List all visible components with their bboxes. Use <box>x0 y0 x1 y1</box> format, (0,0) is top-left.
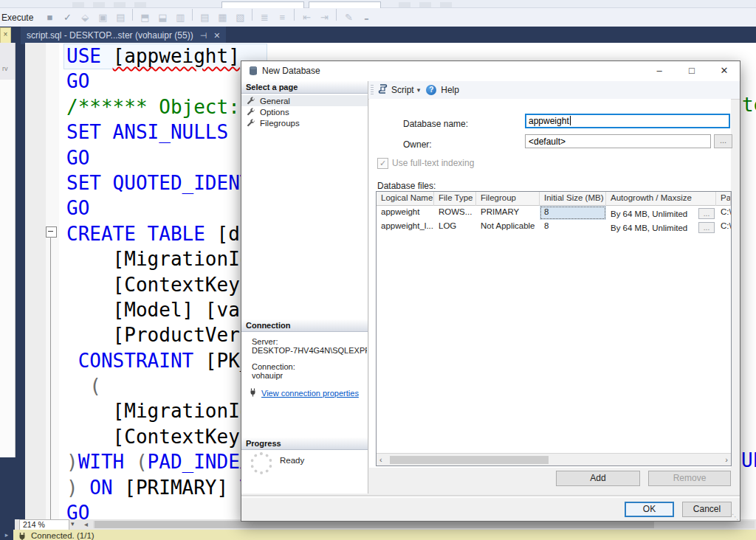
script-button[interactable]: Script <box>391 85 414 95</box>
grid-column-header[interactable]: File Type <box>434 192 476 206</box>
results-to-grid-icon[interactable]: ▦ <box>213 9 231 27</box>
parse-icon[interactable]: ✓ <box>58 9 76 27</box>
comment-out-lines-icon[interactable]: ≣ <box>255 9 273 27</box>
code-line[interactable]: GO <box>66 145 251 170</box>
path-cell[interactable]: C:\P <box>716 206 731 220</box>
code-line[interactable]: /****** Object: <box>66 94 251 120</box>
link-text[interactable]: View connection properties <box>261 389 359 398</box>
include-actual-plan-icon[interactable]: ⬒ <box>136 9 154 27</box>
grid-cell[interactable]: Not Applicable <box>476 220 540 234</box>
zoom-dropdown-icon[interactable]: ▾ <box>71 520 75 527</box>
code-line[interactable]: SET QUOTED_IDENT <box>66 170 251 195</box>
code-line[interactable]: CREATE TABLE [db <box>66 221 251 246</box>
add-button[interactable]: Add <box>556 471 640 486</box>
code-line[interactable]: [MigrationId <box>66 246 251 271</box>
increase-indent-icon[interactable]: ⇥ <box>315 9 333 27</box>
grid-cell[interactable]: ROWS... <box>434 206 476 220</box>
code-line[interactable]: ) ON [PRIMARY] T <box>66 475 251 500</box>
code-area[interactable]: USE [appweight]GO/****** Object: SET ANS… <box>66 44 251 519</box>
help-button[interactable]: Help <box>441 85 459 95</box>
grid-cell[interactable]: 8 <box>540 206 606 220</box>
progress-header: Progress <box>241 437 368 450</box>
grid-cell[interactable]: 8 <box>540 220 606 234</box>
grid-column-header[interactable]: Path <box>716 192 731 206</box>
code-line[interactable]: [ContextKey] <box>66 272 251 297</box>
grid-cell[interactable]: appweight_l... <box>377 220 434 234</box>
collapsed-panel-tab[interactable]: × <box>0 27 11 44</box>
code-line[interactable]: GO <box>66 500 251 519</box>
grid-cell[interactable]: PRIMARY <box>476 206 540 220</box>
toolbar-icon-partial <box>440 2 452 7</box>
intellisense-enabled-icon[interactable]: ▤ <box>111 9 129 27</box>
grid-column-header[interactable]: Autogrowth / Maxsize <box>606 192 716 206</box>
grid-column-header[interactable]: Initial Size (MB) <box>540 192 606 206</box>
code-line[interactable]: GO <box>66 195 251 221</box>
grid-scrollbar-thumb[interactable] <box>390 456 549 464</box>
owner-browse-button[interactable]: ... <box>714 134 732 148</box>
uncomment-lines-icon[interactable]: ≡ <box>273 9 291 27</box>
pin-icon[interactable]: ⊣ <box>200 31 207 41</box>
help-icon[interactable]: ? <box>426 85 436 95</box>
code-line[interactable]: [MigrationId <box>66 398 251 423</box>
code-line[interactable]: [ContextKey] <box>66 424 251 449</box>
live-query-statistics-icon[interactable]: ⬓ <box>154 9 171 27</box>
autogrowth-browse-button[interactable]: ... <box>698 208 715 219</box>
code-line[interactable]: SET ANSI_NULLS O <box>66 120 251 145</box>
autogrowth-cell[interactable]: By 64 MB, Unlimited... <box>606 206 716 220</box>
zoom-control[interactable]: 214 % <box>19 519 69 530</box>
owner-input[interactable]: <default> <box>525 134 711 148</box>
document-tab[interactable]: script.sql - DESKTOP...ster (vohauipr (5… <box>21 27 226 44</box>
resize-grip[interactable]: ⋱ <box>732 513 739 521</box>
query-options-icon[interactable]: ▣ <box>94 9 111 27</box>
code-line[interactable]: USE [appweight] <box>66 44 251 69</box>
minimize-button[interactable]: – <box>644 61 675 80</box>
horizontal-scrollbar[interactable] <box>93 521 755 528</box>
autogrowth-cell[interactable]: By 64 MB, Unlimited... <box>606 220 716 234</box>
mini-close-icon[interactable]: × <box>4 30 8 38</box>
page-item-options[interactable]: Options <box>241 106 368 117</box>
database-name-input[interactable]: appweight <box>525 114 730 128</box>
code-line[interactable]: [Model] [var <box>66 297 251 322</box>
autogrowth-browse-button[interactable]: ... <box>698 222 715 233</box>
display-estimated-plan-icon[interactable]: ⬙ <box>76 9 94 27</box>
scroll-left-icon[interactable]: ◂ <box>84 520 88 528</box>
script-dropdown-icon[interactable]: ▾ <box>417 86 421 94</box>
code-line[interactable]: GO <box>66 69 251 94</box>
fulltext-checkbox[interactable]: ✓ <box>377 158 388 169</box>
ok-button[interactable]: OK <box>625 502 674 517</box>
page-item-filegroups[interactable]: Filegroups <box>241 117 368 128</box>
code-line[interactable]: )WITH (PAD_INDEX <box>66 449 251 474</box>
collapse-minus-icon[interactable] <box>46 226 57 238</box>
scrollbar-thumb[interactable] <box>94 521 654 528</box>
code-line[interactable]: ( <box>66 373 251 398</box>
grid-horizontal-scrollbar[interactable]: ‹ › <box>377 453 731 465</box>
decrease-indent-icon[interactable]: ⇤ <box>298 9 315 27</box>
grid-scroll-right-icon[interactable]: › <box>725 455 728 464</box>
client-statistics-icon[interactable]: ▥ <box>171 9 189 27</box>
template-parameters-icon[interactable]: ✎ <box>340 9 357 27</box>
grid-cell[interactable]: appweight <box>377 206 434 220</box>
results-to-file-icon[interactable]: ▧ <box>231 9 249 27</box>
remove-button[interactable]: Remove <box>648 471 731 486</box>
path-cell[interactable]: C:\P <box>716 220 731 234</box>
tab-close-icon[interactable]: ✕ <box>213 31 220 41</box>
results-to-text-icon[interactable]: ▤ <box>196 9 213 27</box>
grid-scroll-left-icon[interactable]: ‹ <box>379 455 382 464</box>
maximize-button[interactable]: □ <box>676 61 707 80</box>
close-button[interactable]: ✕ <box>709 61 740 80</box>
page-item-general[interactable]: General <box>241 95 368 106</box>
execute-button[interactable]: Execute <box>1 13 33 23</box>
outline-guide-line <box>50 237 51 519</box>
stop-icon[interactable]: ■ <box>41 9 58 27</box>
grid-column-header[interactable]: Logical Name <box>377 192 434 206</box>
grid-cell[interactable]: LOG <box>434 220 476 234</box>
grid-column-header[interactable]: Filegroup <box>476 192 540 206</box>
toolbar-overflow-icon[interactable]: ₌ <box>357 9 375 27</box>
status-corner-icon: ▸ <box>0 530 13 540</box>
view-connection-properties-link[interactable]: View connection properties <box>249 387 359 400</box>
code-line[interactable]: [ProductVers <box>66 322 251 347</box>
cancel-button[interactable]: Cancel <box>682 502 732 517</box>
dialog-title-bar[interactable]: New Database – □ ✕ <box>241 61 740 82</box>
code-line[interactable]: CONSTRAINT [PK_ <box>66 348 251 373</box>
query-toolbar-icons: ■✓⬙▣▤⬒⬓▥▤▦▧≣≡⇤⇥✎₌ <box>41 9 375 27</box>
